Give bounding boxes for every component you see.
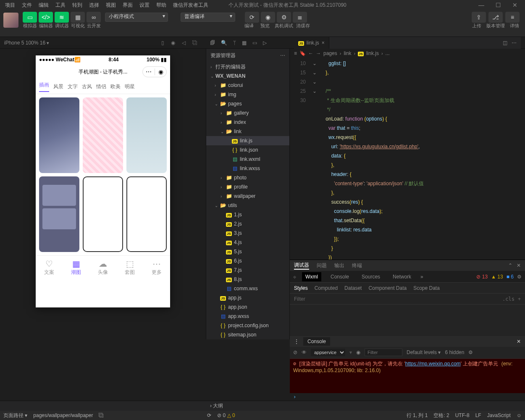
add-rule-icon[interactable]: + xyxy=(518,296,521,302)
eol[interactable]: LF xyxy=(475,412,481,418)
menu-goto[interactable]: 转到 xyxy=(69,1,86,10)
cloud-toggle[interactable]: ∞ xyxy=(87,12,101,23)
folder-gallery[interactable]: ›📁gallery xyxy=(206,108,289,118)
code-content[interactable]: gglist: [] }, /** * 生命周期函数--监听页面加载 */ on… xyxy=(320,58,525,260)
console-clear-icon[interactable]: ⊘ xyxy=(293,349,297,355)
file-2js[interactable]: JS2.js xyxy=(206,219,289,228)
folder-img[interactable]: ›📁img xyxy=(206,90,289,99)
nav-more[interactable]: ⋯更多 xyxy=(143,256,170,279)
outline-bar[interactable]: › 大纲 xyxy=(0,401,525,411)
status-counts[interactable]: ⊘ 0 △ 0 xyxy=(217,412,235,418)
device-copy-icon[interactable]: ⿻ xyxy=(192,40,197,46)
file-link-wxml[interactable]: ▤link.wxml xyxy=(206,155,289,164)
warn-badge[interactable]: ▲ 13 xyxy=(491,274,503,280)
maximize-button[interactable]: ☐ xyxy=(490,2,507,8)
tab-western[interactable]: 欧美 xyxy=(110,83,121,90)
project-root[interactable]: ⌄WX_WENAN xyxy=(206,71,289,81)
version-button[interactable]: ⎇ xyxy=(488,12,503,23)
layout-icon[interactable]: ▭ xyxy=(252,40,257,46)
file-app-json[interactable]: { }app.json xyxy=(206,302,289,312)
file-6js[interactable]: JS6.js xyxy=(206,256,289,265)
upload-button[interactable]: ⇪ xyxy=(472,12,486,23)
folder-photo[interactable]: ›📁photo xyxy=(206,173,289,182)
dbg-close-icon[interactable]: ✕ xyxy=(517,262,521,268)
dbg-tab-terminal[interactable]: 终端 xyxy=(352,262,362,269)
menu-edit[interactable]: 编辑 xyxy=(35,1,52,10)
file-app-wxss[interactable]: ▤app.wxss xyxy=(206,312,289,321)
close-window-button[interactable]: ✕ xyxy=(507,2,523,8)
menu-tools[interactable]: 工具 xyxy=(52,1,69,10)
dbg-collapse-icon[interactable]: ⌃ xyxy=(508,262,512,268)
close-tab-icon[interactable]: × xyxy=(322,40,325,46)
console-output[interactable]: ⊘ [渲染层错误] 广告单元 id(unit-id) 为空，请先在 'https… xyxy=(290,359,525,394)
branch-icon[interactable]: ᛘ xyxy=(233,40,236,46)
explorer-more-icon[interactable]: ⋯ xyxy=(280,52,285,58)
nav-text[interactable]: ♡文案 xyxy=(36,256,63,279)
info-badge[interactable]: ■ 6 xyxy=(507,274,514,280)
indent[interactable]: 空格: 2 xyxy=(433,412,449,419)
console-tab[interactable]: Console xyxy=(303,337,330,346)
device-info[interactable]: iPhone 5 100% 16 ▾ xyxy=(4,40,49,46)
styles-tab[interactable]: Styles xyxy=(294,285,308,291)
menu-help[interactable]: 帮助 xyxy=(153,1,170,10)
simulator-toggle[interactable]: ▭ xyxy=(23,12,37,23)
styles-filter[interactable]: Filter xyxy=(294,296,305,302)
live-expr-icon[interactable]: ◉ xyxy=(356,349,360,355)
console-prompt[interactable]: › xyxy=(290,393,525,401)
tab-star[interactable]: 明星 xyxy=(125,83,135,90)
folder-utils[interactable]: ⌄📂utils xyxy=(206,201,289,210)
mode-select[interactable]: 小程序模式 ▾ xyxy=(105,13,168,22)
file-app-js[interactable]: JSapp.js xyxy=(206,293,289,302)
menu-interface[interactable]: 界面 xyxy=(119,1,136,10)
visual-toggle[interactable]: ▦ xyxy=(71,12,85,23)
file-project-config[interactable]: { }project.config.json xyxy=(206,321,289,330)
menu-devtools[interactable]: 微信开发者工具 xyxy=(170,1,212,10)
device-mute-icon[interactable]: ◁ xyxy=(182,40,186,46)
preview-button[interactable]: ◉ xyxy=(261,12,275,23)
dbg-tab-debugger[interactable]: 调试器 xyxy=(294,262,309,270)
file-7js[interactable]: JS7.js xyxy=(206,265,289,275)
dataset-tab[interactable]: Dataset xyxy=(344,285,362,291)
page-path[interactable]: pages/wallpaper/wallpaper xyxy=(33,412,93,418)
tab-couple[interactable]: 情侣 xyxy=(96,83,106,90)
files-icon[interactable]: 🗐 xyxy=(210,40,215,46)
ext-icon[interactable]: ▦ xyxy=(242,40,247,46)
copy-path-icon[interactable]: ⿻ xyxy=(99,412,104,418)
nav-avatar[interactable]: ☁头像 xyxy=(89,256,116,279)
wallpaper-card[interactable] xyxy=(126,97,167,173)
console-menu-icon[interactable]: ⋮ xyxy=(294,339,299,344)
file-1js[interactable]: JS1.js xyxy=(206,210,289,219)
wallpaper-card[interactable] xyxy=(39,97,79,173)
menu-view[interactable]: 视图 xyxy=(102,1,119,10)
wallpaper-card[interactable] xyxy=(126,176,167,252)
file-sitemap[interactable]: { }sitemap.json xyxy=(206,330,289,339)
console-eye-icon[interactable]: 👁 xyxy=(302,349,307,355)
file-link-wxss[interactable]: ▤link.wxss xyxy=(206,164,289,173)
code-editor[interactable]: 10 15 20 25 30 ⌄ ⌄ ⌄ ⌄ gglist: [] }, /**… xyxy=(290,58,525,260)
file-link-json[interactable]: { }link.json xyxy=(206,145,289,155)
fold-gutter[interactable]: ⌄ ⌄ ⌄ ⌄ xyxy=(312,58,320,260)
file-comm-wxs[interactable]: ▤comm.wxs xyxy=(206,284,289,293)
cursor-pos[interactable]: 行 1, 列 1 xyxy=(407,412,428,419)
remote-debug-button[interactable]: ⚙ xyxy=(277,12,291,23)
insp-tab-console[interactable]: Console xyxy=(327,272,352,281)
inspect-icon[interactable]: ⟐ xyxy=(293,274,296,280)
compile-button[interactable]: ⟳ xyxy=(245,12,259,23)
dbg-tab-output[interactable]: 输出 xyxy=(334,262,344,269)
clear-cache-button[interactable]: ≣ xyxy=(293,12,307,23)
folder-pages[interactable]: ⌄📂pages xyxy=(206,99,289,108)
minimize-button[interactable]: — xyxy=(473,2,490,8)
phone-frame[interactable]: ●●●●● WeChat📶 8:44 100% ▮▮ 手机潮图 - 让手机秀..… xyxy=(36,55,170,307)
file-4js[interactable]: JS4.js xyxy=(206,238,289,247)
avatar[interactable] xyxy=(3,13,18,28)
dbg-tab-problems[interactable]: 问题 xyxy=(317,262,327,269)
insp-tab-wxml[interactable]: Wxml xyxy=(302,272,321,281)
wallpaper-card[interactable] xyxy=(83,176,123,252)
tab-illustration[interactable]: 插画 xyxy=(39,81,49,92)
wallpaper-card[interactable] xyxy=(39,176,79,252)
hidden-count[interactable]: 6 hidden xyxy=(445,349,464,355)
feedback-icon[interactable]: ☺ xyxy=(517,412,522,418)
insp-tab-sources[interactable]: Sources xyxy=(358,272,383,281)
console-close-icon[interactable]: ✕ xyxy=(517,339,521,344)
console-settings-icon[interactable]: ⚙ xyxy=(468,349,473,355)
